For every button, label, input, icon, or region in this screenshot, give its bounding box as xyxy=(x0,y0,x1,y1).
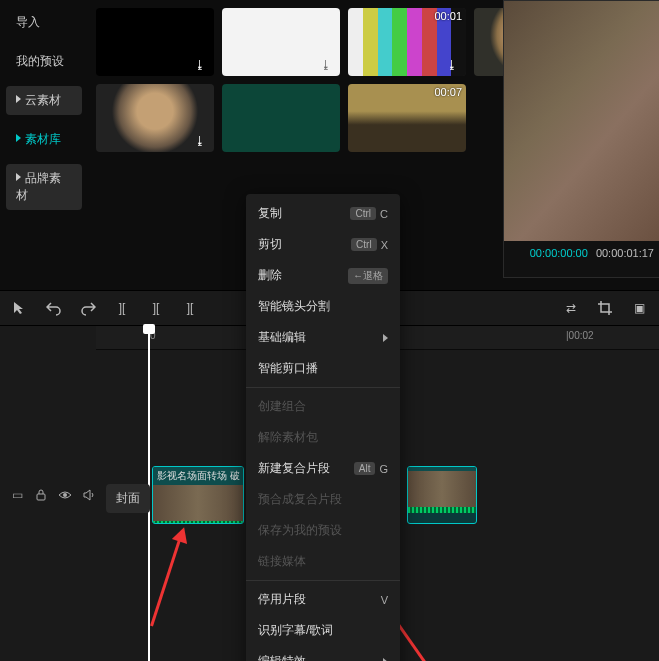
media-thumb[interactable]: ⭳ xyxy=(222,8,340,76)
menu-smart-trim[interactable]: 智能剪口播 xyxy=(246,353,400,384)
clip-audio-wave xyxy=(408,507,476,513)
menu-label: 停用片段 xyxy=(258,591,306,608)
menu-label: 复制 xyxy=(258,205,282,222)
menu-create-group: 创建组合 xyxy=(246,391,400,422)
undo-button[interactable] xyxy=(42,296,66,320)
preview-time-total: 00:00:01:17 xyxy=(596,247,654,259)
export-frame-tool[interactable]: ▣ xyxy=(627,296,651,320)
split-tool[interactable]: ][ xyxy=(110,296,134,320)
sidebar: 导入 我的预设 云素材 素材库 品牌素材 xyxy=(0,0,88,290)
menu-link-media: 链接媒体 xyxy=(246,546,400,577)
track-controls: ▭ xyxy=(0,486,106,504)
chevron-right-icon xyxy=(383,334,388,342)
download-icon[interactable]: ⭳ xyxy=(320,58,336,74)
menu-label: 识别字幕/歌词 xyxy=(258,622,333,639)
menu-edit-fx[interactable]: 编辑特效 xyxy=(246,646,400,661)
menu-new-compound[interactable]: 新建复合片段 AltG xyxy=(246,453,400,484)
menu-divider xyxy=(246,387,400,388)
menu-smart-split[interactable]: 智能镜头分割 xyxy=(246,291,400,322)
timeline-clip[interactable] xyxy=(407,466,477,524)
track-visibility-icon[interactable]: ▭ xyxy=(8,486,26,504)
annotation-arrow xyxy=(150,530,184,626)
lock-icon[interactable] xyxy=(32,486,50,504)
menu-shortcut: V xyxy=(381,594,388,606)
trim-left-tool[interactable]: ][ xyxy=(144,296,168,320)
menu-label: 智能镜头分割 xyxy=(258,298,330,315)
sidebar-presets[interactable]: 我的预设 xyxy=(6,47,82,76)
chevron-right-icon xyxy=(383,658,388,662)
menu-save-preset: 保存为我的预设 xyxy=(246,515,400,546)
sidebar-brand[interactable]: 品牌素材 xyxy=(6,164,82,210)
eye-icon[interactable] xyxy=(56,486,74,504)
sidebar-import[interactable]: 导入 xyxy=(6,8,82,37)
menu-shortcut: AltG xyxy=(354,462,388,475)
menu-shortcut: CtrlC xyxy=(350,207,388,220)
menu-label: 删除 xyxy=(258,267,282,284)
sidebar-library-label: 素材库 xyxy=(25,132,61,146)
menu-label: 剪切 xyxy=(258,236,282,253)
menu-label: 链接媒体 xyxy=(258,553,306,570)
menu-recognize-subtitle[interactable]: 识别字幕/歌词 xyxy=(246,615,400,646)
sidebar-cloud[interactable]: 云素材 xyxy=(6,86,82,115)
media-thumb[interactable] xyxy=(222,84,340,152)
menu-label: 创建组合 xyxy=(258,398,306,415)
menu-label: 保存为我的预设 xyxy=(258,522,342,539)
preview-panel: 00:00:00:00 00:00:01:17 xyxy=(503,0,659,278)
menu-label: 新建复合片段 xyxy=(258,460,330,477)
sidebar-cloud-label: 云素材 xyxy=(25,93,61,107)
menu-unpack: 解除素材包 xyxy=(246,422,400,453)
thumb-duration: 00:01 xyxy=(434,10,462,22)
sidebar-brand-label: 品牌素材 xyxy=(16,171,61,202)
trim-right-tool[interactable]: ][ xyxy=(178,296,202,320)
download-icon[interactable]: ⭳ xyxy=(194,58,210,74)
context-menu: 复制 CtrlC 剪切 CtrlX 删除 ←退格 智能镜头分割 基础编辑 智能剪… xyxy=(246,194,400,661)
thumb-duration: 00:07 xyxy=(434,86,462,98)
menu-shortcut: ←退格 xyxy=(348,268,388,284)
preview-time-current: 00:00:00:00 xyxy=(530,247,588,259)
download-icon[interactable]: ⭳ xyxy=(446,58,462,74)
menu-label: 预合成复合片段 xyxy=(258,491,342,508)
download-icon[interactable]: ⭳ xyxy=(194,134,210,150)
menu-shortcut: CtrlX xyxy=(351,238,388,251)
svg-point-1 xyxy=(63,493,67,497)
cover-button[interactable]: 封面 xyxy=(106,484,150,513)
timeline-clip[interactable]: 影视名场面转场 破 xyxy=(152,466,244,524)
sidebar-library[interactable]: 素材库 xyxy=(6,125,82,154)
clip-preview xyxy=(408,471,476,507)
preview-controls: 00:00:00:00 00:00:01:17 xyxy=(504,241,659,265)
menu-basic-edit[interactable]: 基础编辑 xyxy=(246,322,400,353)
menu-label: 智能剪口播 xyxy=(258,360,318,377)
menu-label: 解除素材包 xyxy=(258,429,318,446)
mute-icon[interactable] xyxy=(80,486,98,504)
menu-disable-clip[interactable]: 停用片段 V xyxy=(246,584,400,615)
redo-button[interactable] xyxy=(76,296,100,320)
svg-rect-0 xyxy=(37,494,45,500)
media-thumb[interactable]: ⭳ xyxy=(96,8,214,76)
clip-title: 影视名场面转场 破 xyxy=(153,467,243,485)
media-thumb[interactable]: ⭳ xyxy=(96,84,214,152)
clip-audio-wave xyxy=(153,521,243,524)
ruler-tick: |00:02 xyxy=(566,330,594,341)
pointer-tool[interactable] xyxy=(8,296,32,320)
clip-preview xyxy=(153,485,243,521)
menu-divider xyxy=(246,580,400,581)
preview-image xyxy=(504,1,659,241)
menu-label: 编辑特效 xyxy=(258,653,306,661)
crop-tool[interactable] xyxy=(593,296,617,320)
menu-delete[interactable]: 删除 ←退格 xyxy=(246,260,400,291)
menu-label: 基础编辑 xyxy=(258,329,306,346)
menu-precompound: 预合成复合片段 xyxy=(246,484,400,515)
menu-cut[interactable]: 剪切 CtrlX xyxy=(246,229,400,260)
media-thumb[interactable]: 00:07 xyxy=(348,84,466,152)
menu-copy[interactable]: 复制 CtrlC xyxy=(246,198,400,229)
mirror-tool[interactable]: ⇄ xyxy=(559,296,583,320)
media-thumb[interactable]: 00:01 ⭳ xyxy=(348,8,466,76)
